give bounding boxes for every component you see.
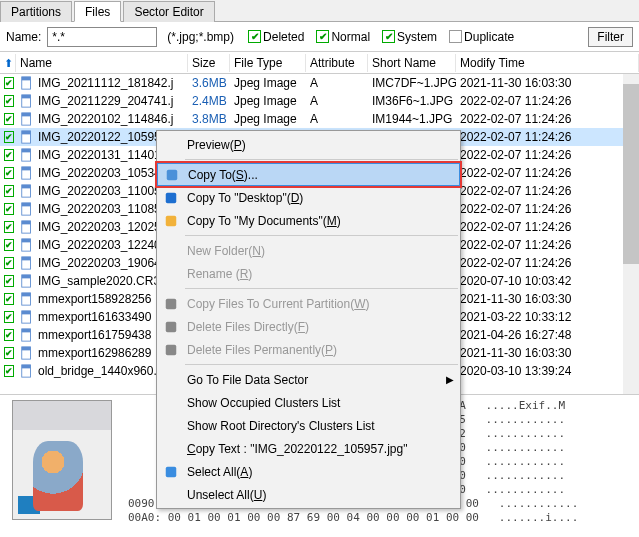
table-row[interactable]: ✔IMG_20220102_114846.j3.8MBJpeg ImageAIM…	[0, 110, 639, 128]
row-checkbox[interactable]: ✔	[4, 113, 14, 125]
col-check[interactable]: ⬆	[0, 54, 16, 72]
svg-rect-35	[166, 192, 177, 203]
file-shortname: IM1944~1.JPG	[368, 112, 456, 126]
menu-label: Select All(A)	[187, 465, 252, 479]
svg-rect-21	[22, 257, 31, 261]
menu-copydocs[interactable]: Copy To "My Documents"(M)	[157, 209, 460, 232]
menu-selall[interactable]: Select All(A)	[157, 460, 460, 483]
menu-occlist[interactable]: Show Occupied Clusters List	[157, 391, 460, 414]
row-checkbox[interactable]: ✔	[4, 329, 14, 341]
delete-icon	[163, 319, 179, 335]
file-name: mmexport161633490	[38, 310, 151, 324]
svg-rect-39	[166, 344, 177, 355]
menu-gotosec[interactable]: Go To File Data Sector▶	[157, 368, 460, 391]
col-name[interactable]: Name	[16, 54, 188, 72]
check-system[interactable]: ✔System	[382, 30, 437, 44]
check-normal[interactable]: ✔Normal	[316, 30, 370, 44]
file-time: 2021-11-30 16:03:30	[456, 346, 639, 360]
tab-sector-editor[interactable]: Sector Editor	[123, 1, 214, 22]
file-name: IMG_20220203_12025	[38, 220, 161, 234]
file-name: IMG_20220203_12240	[38, 238, 161, 252]
row-checkbox[interactable]: ✔	[4, 257, 14, 269]
col-size[interactable]: Size	[188, 54, 230, 72]
file-name: IMG_20211112_181842.j	[38, 76, 173, 90]
tab-partitions[interactable]: Partitions	[0, 1, 72, 22]
file-name: IMG_20220203_19064	[38, 256, 161, 270]
tab-files[interactable]: Files	[74, 1, 121, 22]
file-time: 2020-03-10 13:39:24	[456, 364, 639, 378]
grid-header: ⬆ Name Size File Type Attribute Short Na…	[0, 52, 639, 74]
file-type: Jpeg Image	[230, 112, 306, 126]
file-name: IMG_20220203_10534	[38, 166, 161, 180]
file-time: 2020-07-10 10:03:42	[456, 274, 639, 288]
file-name: IMG_20220203_11085	[38, 202, 161, 216]
table-row[interactable]: ✔IMG_20211112_181842.j3.6MBJpeg ImageAIM…	[0, 74, 639, 92]
desktop-icon	[163, 190, 179, 206]
file-icon	[20, 238, 34, 252]
menu-newfolder: New Folder(N)	[157, 239, 460, 262]
menu-label: Preview(P)	[187, 138, 246, 152]
row-checkbox[interactable]: ✔	[4, 203, 14, 215]
file-icon	[20, 184, 34, 198]
menu-rootlist[interactable]: Show Root Directory's Clusters List	[157, 414, 460, 437]
row-checkbox[interactable]: ✔	[4, 365, 14, 377]
menu-copytxt[interactable]: Copy Text : "IMG_20220122_105957.jpg"	[157, 437, 460, 460]
row-checkbox[interactable]: ✔	[4, 131, 14, 143]
row-checkbox[interactable]: ✔	[4, 185, 14, 197]
name-pattern-input[interactable]	[47, 27, 157, 47]
col-modifytime[interactable]: Modify Time	[456, 54, 639, 72]
check-deleted[interactable]: ✔Deleted	[248, 30, 304, 44]
row-checkbox[interactable]: ✔	[4, 167, 14, 179]
file-type: Jpeg Image	[230, 76, 306, 90]
menu-delp: Delete Files Permanently(P)	[157, 338, 460, 361]
thumbnail-image	[12, 400, 112, 520]
file-name: IMG_20220122_10595	[38, 130, 161, 144]
file-icon	[20, 220, 34, 234]
file-time: 2022-02-07 11:24:26	[456, 166, 639, 180]
col-filetype[interactable]: File Type	[230, 54, 306, 72]
menu-preview[interactable]: Preview(P)	[157, 133, 460, 156]
menu-label: Show Occupied Clusters List	[187, 396, 340, 410]
scrollbar[interactable]	[623, 74, 639, 394]
file-time: 2022-02-07 11:24:26	[456, 220, 639, 234]
col-shortname[interactable]: Short Name	[368, 54, 456, 72]
row-checkbox[interactable]: ✔	[4, 239, 14, 251]
menu-unsel[interactable]: Unselect All(U)	[157, 483, 460, 506]
up-arrow-icon[interactable]: ⬆	[4, 57, 13, 69]
col-attribute[interactable]: Attribute	[306, 54, 368, 72]
pattern-hint: (*.jpg;*.bmp)	[167, 30, 234, 44]
file-icon	[20, 148, 34, 162]
row-checkbox[interactable]: ✔	[4, 293, 14, 305]
row-checkbox[interactable]: ✔	[4, 95, 14, 107]
file-icon	[20, 328, 34, 342]
file-name: IMG_20220102_114846.j	[38, 112, 173, 126]
file-icon	[20, 166, 34, 180]
menu-rename: Rename (R)	[157, 262, 460, 285]
row-checkbox[interactable]: ✔	[4, 347, 14, 359]
menu-deld: Delete Files Directly(F)	[157, 315, 460, 338]
check-duplicate[interactable]: Duplicate	[449, 30, 514, 44]
filter-button[interactable]: Filter	[588, 27, 633, 47]
file-name: IMG_20211229_204741.j	[38, 94, 173, 108]
row-checkbox[interactable]: ✔	[4, 275, 14, 287]
file-time: 2022-02-07 11:24:26	[456, 238, 639, 252]
row-checkbox[interactable]: ✔	[4, 77, 14, 89]
submenu-arrow-icon: ▶	[446, 374, 454, 385]
svg-rect-27	[22, 311, 31, 315]
svg-rect-40	[166, 466, 177, 477]
check-icon	[163, 464, 179, 480]
menu-copydesk[interactable]: Copy To "Desktop"(D)	[157, 186, 460, 209]
copy-icon	[164, 167, 180, 183]
menu-copyto[interactable]: Copy To(S)...	[157, 163, 460, 186]
svg-rect-15	[22, 203, 31, 207]
svg-rect-37	[166, 298, 177, 309]
menu-label: Delete Files Permanently(P)	[187, 343, 337, 357]
file-icon	[20, 112, 34, 126]
svg-rect-38	[166, 321, 177, 332]
file-icon	[20, 94, 34, 108]
row-checkbox[interactable]: ✔	[4, 311, 14, 323]
table-row[interactable]: ✔IMG_20211229_204741.j2.4MBJpeg ImageAIM…	[0, 92, 639, 110]
row-checkbox[interactable]: ✔	[4, 221, 14, 233]
menu-label: Copy To "My Documents"(M)	[187, 214, 341, 228]
row-checkbox[interactable]: ✔	[4, 149, 14, 161]
